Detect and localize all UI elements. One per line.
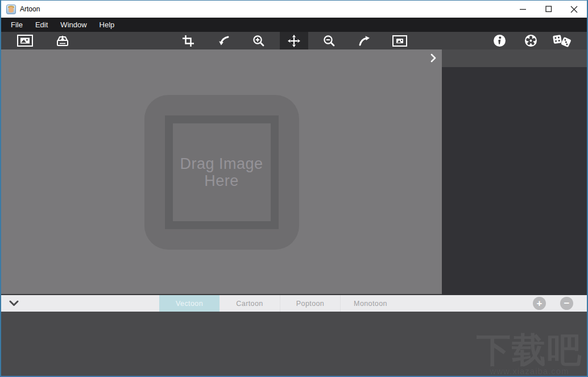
drop-frame: Drag Image Here (165, 115, 279, 229)
watermark: 下载吧 www.xiazaiba.com (477, 334, 582, 376)
info-button[interactable] (485, 32, 514, 49)
open-image-button[interactable] (11, 32, 39, 49)
toolbar-left-group (11, 32, 77, 49)
import-image-icon (55, 35, 70, 47)
app-window: Artoon File Edit Window Help (0, 0, 588, 377)
increase-button[interactable]: + (533, 297, 546, 310)
export-image-button[interactable] (386, 32, 414, 49)
redo-button[interactable] (350, 32, 379, 49)
chevron-right-icon (430, 53, 436, 63)
tab-poptoon[interactable]: Poptoon (280, 295, 340, 312)
right-panel (442, 49, 587, 295)
redo-icon (358, 35, 371, 47)
app-logo-icon (6, 5, 16, 14)
move-icon (287, 34, 301, 48)
menu-window[interactable]: Window (54, 18, 93, 32)
title-bar: Artoon (1, 1, 587, 18)
decrease-button[interactable]: − (560, 297, 573, 310)
panel-toggle-button[interactable] (428, 53, 438, 63)
menu-edit[interactable]: Edit (29, 18, 54, 32)
style-tabs: Vectoon Cartoon Poptoon Monotoon (159, 295, 400, 312)
menu-bar: File Edit Window Help (1, 18, 587, 32)
image-drop-zone[interactable]: Drag Image Here (144, 95, 299, 250)
settings-icon (524, 34, 537, 47)
close-icon (570, 6, 578, 13)
import-image-button[interactable] (48, 32, 77, 49)
toolbar (1, 32, 587, 49)
settings-button[interactable] (516, 32, 545, 49)
window-title: Artoon (20, 5, 40, 13)
zoom-in-button[interactable] (245, 32, 273, 49)
right-panel-header (442, 49, 587, 67)
collapse-styles-button[interactable] (1, 295, 26, 312)
random-dice-icon (552, 34, 572, 48)
crop-icon (182, 35, 194, 47)
tab-monotoon[interactable]: Monotoon (340, 295, 400, 312)
right-panel-body (442, 67, 587, 295)
menu-help[interactable]: Help (93, 18, 121, 32)
tab-vectoon[interactable]: Vectoon (159, 295, 220, 312)
zoom-out-button[interactable] (315, 32, 343, 49)
menu-file[interactable]: File (5, 18, 29, 32)
main-content: Drag Image Here (1, 49, 587, 295)
tab-cartoon[interactable]: Cartoon (220, 295, 280, 312)
watermark-url: www.xiazaiba.com (477, 366, 582, 376)
export-image-icon (392, 35, 407, 47)
close-button[interactable] (561, 1, 587, 18)
random-button[interactable] (548, 32, 576, 49)
style-tab-bar: Vectoon Cartoon Poptoon Monotoon + − (1, 295, 587, 312)
undo-icon (217, 35, 230, 47)
zoom-in-icon (252, 35, 265, 47)
drop-label: Drag Image Here (179, 155, 264, 189)
watermark-title: 下载吧 (477, 334, 582, 366)
move-button[interactable] (280, 32, 308, 49)
chevron-down-icon (9, 300, 19, 306)
minimize-icon (520, 6, 527, 13)
maximize-button[interactable] (536, 1, 561, 18)
crop-button[interactable] (174, 32, 202, 49)
toolbar-center-group (174, 32, 414, 49)
style-strength-controls: + − (533, 295, 587, 312)
info-icon (493, 34, 506, 47)
zoom-out-icon (323, 35, 336, 47)
bottom-panel: 下载吧 www.xiazaiba.com (1, 312, 587, 376)
maximize-icon (545, 6, 552, 13)
open-image-icon (17, 35, 33, 47)
canvas-area: Drag Image Here (1, 49, 442, 295)
toolbar-right-group (485, 32, 576, 49)
undo-button[interactable] (209, 32, 238, 49)
minimize-button[interactable] (510, 1, 536, 18)
